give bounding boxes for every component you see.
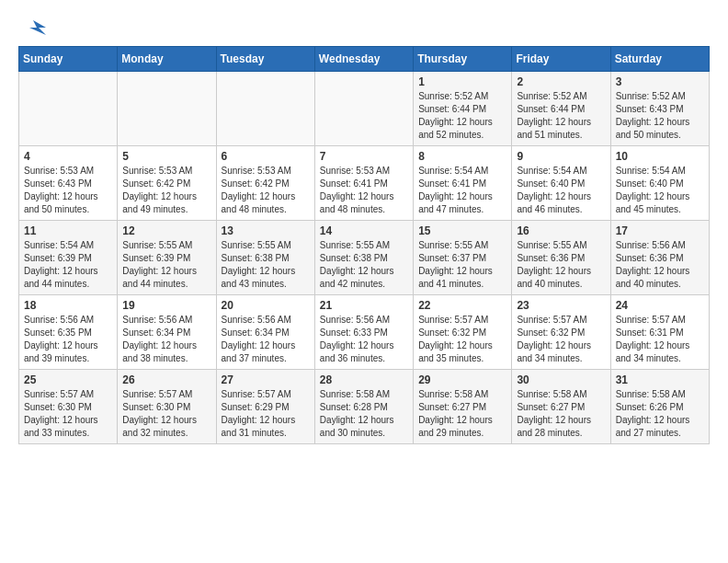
calendar-week-row: 11Sunrise: 5:54 AMSunset: 6:39 PMDayligh…	[19, 221, 710, 295]
day-info: Sunrise: 5:55 AMSunset: 6:37 PMDaylight:…	[418, 239, 506, 291]
day-info: Sunrise: 5:53 AMSunset: 6:43 PMDaylight:…	[24, 165, 112, 216]
calendar-cell: 6Sunrise: 5:53 AMSunset: 6:42 PMDaylight…	[216, 146, 314, 221]
day-number: 16	[517, 224, 605, 237]
day-info: Sunrise: 5:54 AMSunset: 6:39 PMDaylight:…	[24, 239, 112, 291]
day-info: Sunrise: 5:57 AMSunset: 6:31 PMDaylight:…	[616, 314, 704, 365]
day-info: Sunrise: 5:52 AMSunset: 6:43 PMDaylight:…	[616, 90, 704, 142]
day-number: 10	[616, 150, 704, 163]
day-info: Sunrise: 5:57 AMSunset: 6:32 PMDaylight:…	[517, 314, 605, 365]
day-info: Sunrise: 5:56 AMSunset: 6:34 PMDaylight:…	[122, 314, 210, 365]
calendar-week-row: 18Sunrise: 5:56 AMSunset: 6:35 PMDayligh…	[19, 295, 710, 370]
day-info: Sunrise: 5:56 AMSunset: 6:34 PMDaylight:…	[222, 314, 310, 365]
calendar-cell: 14Sunrise: 5:55 AMSunset: 6:38 PMDayligh…	[314, 221, 413, 295]
calendar-cell: 27Sunrise: 5:57 AMSunset: 6:29 PMDayligh…	[216, 370, 314, 444]
day-info: Sunrise: 5:55 AMSunset: 6:36 PMDaylight:…	[517, 239, 605, 291]
calendar-cell: 17Sunrise: 5:56 AMSunset: 6:36 PMDayligh…	[610, 221, 709, 295]
day-of-week-header: Friday	[512, 47, 610, 72]
calendar-cell: 9Sunrise: 5:54 AMSunset: 6:40 PMDaylight…	[512, 146, 610, 221]
calendar-cell	[314, 72, 413, 146]
day-number: 14	[320, 224, 408, 237]
day-info: Sunrise: 5:53 AMSunset: 6:42 PMDaylight:…	[122, 165, 210, 216]
calendar-cell: 4Sunrise: 5:53 AMSunset: 6:43 PMDaylight…	[19, 146, 118, 221]
calendar-cell: 29Sunrise: 5:58 AMSunset: 6:27 PMDayligh…	[414, 370, 512, 444]
calendar-week-row: 4Sunrise: 5:53 AMSunset: 6:43 PMDaylight…	[19, 146, 710, 221]
calendar-cell: 22Sunrise: 5:57 AMSunset: 6:32 PMDayligh…	[414, 295, 512, 370]
day-number: 18	[24, 299, 112, 312]
calendar-cell: 25Sunrise: 5:57 AMSunset: 6:30 PMDayligh…	[19, 370, 118, 444]
day-info: Sunrise: 5:58 AMSunset: 6:27 PMDaylight:…	[418, 388, 506, 440]
calendar-cell	[216, 72, 314, 146]
calendar-cell: 3Sunrise: 5:52 AMSunset: 6:43 PMDaylight…	[610, 72, 709, 146]
day-info: Sunrise: 5:54 AMSunset: 6:41 PMDaylight:…	[418, 165, 506, 216]
day-info: Sunrise: 5:57 AMSunset: 6:30 PMDaylight:…	[24, 388, 112, 440]
day-of-week-header: Tuesday	[216, 47, 314, 72]
day-info: Sunrise: 5:54 AMSunset: 6:40 PMDaylight:…	[616, 165, 704, 216]
day-number: 9	[517, 150, 605, 163]
day-of-week-header: Sunday	[19, 47, 118, 72]
day-info: Sunrise: 5:57 AMSunset: 6:29 PMDaylight:…	[222, 388, 310, 440]
logo	[18, 18, 46, 37]
day-number: 6	[222, 150, 310, 163]
day-info: Sunrise: 5:55 AMSunset: 6:39 PMDaylight:…	[122, 239, 210, 291]
day-number: 8	[418, 150, 506, 163]
calendar-cell: 10Sunrise: 5:54 AMSunset: 6:40 PMDayligh…	[610, 146, 709, 221]
day-number: 23	[517, 299, 605, 312]
calendar-cell: 20Sunrise: 5:56 AMSunset: 6:34 PMDayligh…	[216, 295, 314, 370]
day-number: 24	[616, 299, 704, 312]
day-number: 4	[24, 150, 112, 163]
day-info: Sunrise: 5:58 AMSunset: 6:28 PMDaylight:…	[320, 388, 408, 440]
day-info: Sunrise: 5:56 AMSunset: 6:36 PMDaylight:…	[616, 239, 704, 291]
calendar-cell: 24Sunrise: 5:57 AMSunset: 6:31 PMDayligh…	[610, 295, 709, 370]
calendar-cell: 28Sunrise: 5:58 AMSunset: 6:28 PMDayligh…	[314, 370, 413, 444]
day-info: Sunrise: 5:53 AMSunset: 6:41 PMDaylight:…	[320, 165, 408, 216]
header	[18, 18, 710, 37]
calendar-cell: 5Sunrise: 5:53 AMSunset: 6:42 PMDaylight…	[118, 146, 216, 221]
calendar-cell: 19Sunrise: 5:56 AMSunset: 6:34 PMDayligh…	[118, 295, 216, 370]
calendar-cell: 2Sunrise: 5:52 AMSunset: 6:44 PMDaylight…	[512, 72, 610, 146]
svg-marker-0	[29, 20, 46, 35]
day-number: 5	[122, 150, 210, 163]
calendar-cell: 31Sunrise: 5:58 AMSunset: 6:26 PMDayligh…	[610, 370, 709, 444]
day-info: Sunrise: 5:58 AMSunset: 6:26 PMDaylight:…	[616, 388, 704, 440]
day-number: 3	[616, 75, 704, 88]
day-number: 27	[222, 373, 310, 386]
day-info: Sunrise: 5:55 AMSunset: 6:38 PMDaylight:…	[320, 239, 408, 291]
calendar-cell: 1Sunrise: 5:52 AMSunset: 6:44 PMDaylight…	[414, 72, 512, 146]
day-number: 15	[418, 224, 506, 237]
day-info: Sunrise: 5:56 AMSunset: 6:33 PMDaylight:…	[320, 314, 408, 365]
calendar-cell: 21Sunrise: 5:56 AMSunset: 6:33 PMDayligh…	[314, 295, 413, 370]
day-number: 11	[24, 224, 112, 237]
calendar-cell: 16Sunrise: 5:55 AMSunset: 6:36 PMDayligh…	[512, 221, 610, 295]
day-info: Sunrise: 5:52 AMSunset: 6:44 PMDaylight:…	[418, 90, 506, 142]
calendar-header-row: SundayMondayTuesdayWednesdayThursdayFrid…	[19, 47, 710, 72]
calendar-cell: 26Sunrise: 5:57 AMSunset: 6:30 PMDayligh…	[118, 370, 216, 444]
day-number: 21	[320, 299, 408, 312]
day-number: 31	[616, 373, 704, 386]
day-info: Sunrise: 5:58 AMSunset: 6:27 PMDaylight:…	[517, 388, 605, 440]
day-number: 2	[517, 75, 605, 88]
day-number: 22	[418, 299, 506, 312]
day-number: 1	[418, 75, 506, 88]
day-number: 28	[320, 373, 408, 386]
calendar-cell	[19, 72, 118, 146]
calendar-week-row: 25Sunrise: 5:57 AMSunset: 6:30 PMDayligh…	[19, 370, 710, 444]
calendar-cell: 30Sunrise: 5:58 AMSunset: 6:27 PMDayligh…	[512, 370, 610, 444]
day-number: 19	[122, 299, 210, 312]
day-number: 12	[122, 224, 210, 237]
day-info: Sunrise: 5:57 AMSunset: 6:32 PMDaylight:…	[418, 314, 506, 365]
calendar-week-row: 1Sunrise: 5:52 AMSunset: 6:44 PMDaylight…	[19, 72, 710, 146]
day-number: 17	[616, 224, 704, 237]
day-of-week-header: Saturday	[610, 47, 709, 72]
day-info: Sunrise: 5:57 AMSunset: 6:30 PMDaylight:…	[122, 388, 210, 440]
calendar-cell: 18Sunrise: 5:56 AMSunset: 6:35 PMDayligh…	[19, 295, 118, 370]
calendar-table: SundayMondayTuesdayWednesdayThursdayFrid…	[18, 46, 710, 444]
day-info: Sunrise: 5:55 AMSunset: 6:38 PMDaylight:…	[222, 239, 310, 291]
day-info: Sunrise: 5:52 AMSunset: 6:44 PMDaylight:…	[517, 90, 605, 142]
day-of-week-header: Thursday	[414, 47, 512, 72]
day-number: 13	[222, 224, 310, 237]
day-number: 20	[222, 299, 310, 312]
day-info: Sunrise: 5:56 AMSunset: 6:35 PMDaylight:…	[24, 314, 112, 365]
calendar-cell: 12Sunrise: 5:55 AMSunset: 6:39 PMDayligh…	[118, 221, 216, 295]
day-number: 29	[418, 373, 506, 386]
logo-bird-icon	[20, 18, 46, 37]
